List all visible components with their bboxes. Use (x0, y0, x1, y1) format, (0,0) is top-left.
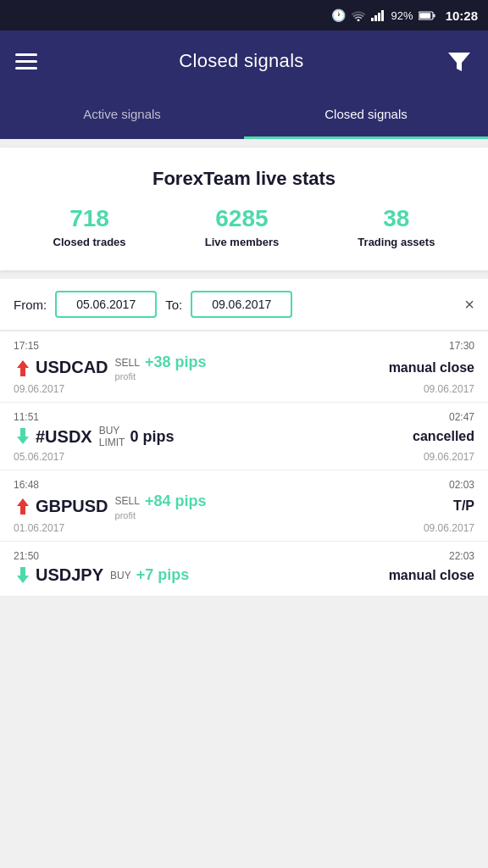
clear-filter-button[interactable]: × (464, 295, 474, 314)
tab-active-signals[interactable]: Active signals (0, 92, 244, 139)
tabs: Active signals Closed signals (0, 92, 488, 139)
arrow-down-icon-usdcad (14, 356, 32, 380)
signal-row-mid-gbpusd: GBPUSD SELL +84 pips profit T/P (14, 492, 474, 520)
pair-name-usdjpy: USDJPY (36, 565, 103, 585)
signal-pips-usdcad: +38 pips (145, 353, 207, 371)
signal-icon (371, 9, 386, 21)
stat-label-closed: Closed trades (53, 236, 126, 248)
signal-open-date-gbpusd: 01.06.2017 (14, 522, 64, 534)
signal-row-dates-gbpusd: 01.06.2017 09.06.2017 (14, 522, 474, 534)
signal-row-dates-usdx: 05.06.2017 09.06.2017 (14, 451, 474, 463)
signal-close-time-gbpusd: 02:03 (449, 479, 474, 491)
svg-rect-6 (419, 13, 430, 19)
signal-sublabel-gbpusd: profit (115, 510, 136, 520)
signal-details-usdx: BUYLIMIT 0 pips (99, 425, 413, 449)
signal-open-time-usdx: 11:51 (14, 411, 39, 423)
signal-row-usdcad[interactable]: 17:15 17:30 USDCAD SELL +38 pips profit … (0, 331, 488, 403)
page-title: Closed signals (179, 50, 303, 72)
signal-type-usdcad: SELL (115, 357, 140, 369)
signal-close-type-usdx: cancelled (413, 429, 474, 444)
signal-close-time-usdjpy: 22:03 (449, 550, 474, 562)
svg-rect-3 (381, 10, 384, 21)
pair-name-gbpusd: GBPUSD (36, 497, 108, 516)
tab-closed-signals[interactable]: Closed signals (244, 92, 488, 139)
signal-pips-gbpusd: +84 pips (145, 492, 207, 510)
signal-pips-usdx: 0 pips (130, 428, 174, 446)
alarm-icon: 🕐 (331, 8, 346, 22)
signal-row-mid-usdx: #USDX BUYLIMIT 0 pips cancelled (14, 425, 474, 449)
signal-row-usdjpy[interactable]: 21:50 22:03 USDJPY BUY +7 pips manual cl… (0, 542, 488, 597)
to-label: To: (165, 298, 182, 312)
stats-numbers: 718 Closed trades 6285 Live members 38 T… (14, 205, 474, 248)
signal-pips-usdjpy: +7 pips (136, 566, 190, 584)
signal-close-time-usdx: 02:47 (449, 411, 474, 423)
status-bar: 🕐 92% 10:28 (0, 0, 488, 31)
svg-rect-5 (433, 14, 435, 17)
signal-row-usdx[interactable]: 11:51 02:47 #USDX BUYLIMIT 0 pips cancel… (0, 403, 488, 470)
signal-close-type-usdcad: manual close (389, 360, 474, 376)
signals-list: 17:15 17:30 USDCAD SELL +38 pips profit … (0, 331, 488, 597)
filter-icon[interactable] (446, 47, 473, 75)
signal-close-date-gbpusd: 09.06.2017 (424, 522, 474, 534)
signal-type-usdjpy: BUY (110, 570, 131, 581)
status-time: 10:28 (446, 8, 478, 23)
signal-close-time-usdcad: 17:30 (449, 340, 474, 352)
wifi-icon (351, 9, 366, 21)
svg-rect-0 (371, 18, 374, 21)
signal-type-gbpusd: SELL (115, 495, 140, 507)
signal-open-date-usdcad: 09.06.2017 (14, 383, 64, 395)
signal-details-gbpusd: SELL +84 pips profit (115, 492, 454, 520)
stat-number-assets: 38 (383, 205, 409, 232)
signal-pair-usdcad: USDCAD (14, 356, 108, 380)
signal-sublabel-usdcad: profit (115, 371, 136, 381)
signal-row-dates-usdcad: 09.06.2017 09.06.2017 (14, 383, 474, 395)
header: Closed signals (0, 31, 488, 92)
arrow-up-icon-usdx (14, 425, 32, 448)
svg-marker-10 (17, 567, 29, 583)
arrow-up-icon-usdjpy (14, 564, 32, 587)
stats-title: ForexTeam live stats (14, 168, 474, 190)
from-label: From: (14, 298, 47, 312)
signal-row-gbpusd[interactable]: 16:48 02:03 GBPUSD SELL +84 pips profit … (0, 470, 488, 542)
stat-number-closed: 718 (69, 205, 109, 232)
pair-name-usdx: #USDX (36, 427, 92, 447)
signal-row-mid-usdjpy: USDJPY BUY +7 pips manual close (14, 564, 474, 587)
stats-card: ForexTeam live stats 718 Closed trades 6… (0, 147, 488, 270)
signal-details-usdcad: SELL +38 pips profit (115, 353, 389, 381)
signal-row-times-usdcad: 17:15 17:30 (14, 340, 474, 352)
date-filter: From: 05.06.2017 To: 09.06.2017 × (0, 279, 488, 330)
from-date-input[interactable]: 05.06.2017 (55, 291, 157, 318)
stat-closed-trades: 718 Closed trades (53, 205, 126, 248)
svg-rect-1 (374, 15, 377, 21)
stat-trading-assets: 38 Trading assets (358, 205, 435, 248)
stat-label-assets: Trading assets (358, 236, 435, 248)
signal-details-usdjpy: BUY +7 pips (110, 566, 389, 584)
signal-pair-usdx: #USDX (14, 425, 92, 448)
signal-close-date-usdx: 09.06.2017 (424, 451, 474, 463)
signal-open-date-usdx: 05.06.2017 (14, 451, 64, 463)
signal-pair-usdjpy: USDJPY (14, 564, 103, 587)
signal-row-mid-usdcad: USDCAD SELL +38 pips profit manual close (14, 353, 474, 381)
signal-row-times-usdjpy: 21:50 22:03 (14, 550, 474, 562)
signal-close-date-usdcad: 09.06.2017 (424, 383, 474, 395)
signal-pair-gbpusd: GBPUSD (14, 494, 108, 518)
signal-open-time-usdjpy: 21:50 (14, 550, 39, 562)
svg-marker-7 (17, 360, 29, 376)
signal-row-times-usdx: 11:51 02:47 (14, 411, 474, 423)
battery-icon (419, 11, 435, 20)
signal-row-times-gbpusd: 16:48 02:03 (14, 479, 474, 491)
stat-live-members: 6285 Live members (205, 205, 279, 248)
battery-percent: 92% (391, 9, 413, 22)
stat-label-members: Live members (205, 236, 279, 248)
svg-rect-2 (378, 13, 380, 21)
signal-close-type-gbpusd: T/P (453, 498, 474, 514)
status-icons: 🕐 92% 10:28 (331, 8, 478, 23)
signal-open-time-usdcad: 17:15 (14, 340, 39, 352)
signal-close-type-usdjpy: manual close (389, 568, 474, 583)
signal-type-usdx: BUYLIMIT (99, 425, 125, 449)
arrow-down-icon-gbpusd (14, 494, 32, 518)
menu-button[interactable] (15, 53, 37, 70)
signal-open-time-gbpusd: 16:48 (14, 479, 39, 491)
pair-name-usdcad: USDCAD (36, 358, 108, 377)
to-date-input[interactable]: 09.06.2017 (191, 291, 292, 318)
